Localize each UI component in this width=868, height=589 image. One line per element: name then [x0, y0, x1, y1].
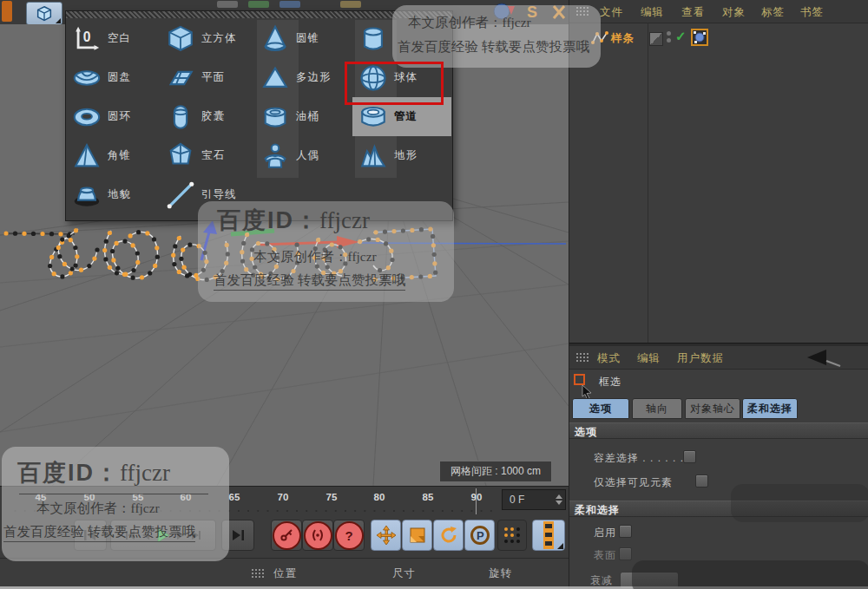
playhead[interactable]	[476, 488, 477, 514]
menu-item-landscape[interactable]: 地形	[352, 136, 451, 175]
menu-item-sphere[interactable]: 球体	[352, 58, 451, 97]
frame-value: 0 F	[510, 494, 524, 506]
menu-item-cone[interactable]: 圆锥	[254, 19, 352, 58]
frame-step-down[interactable]	[556, 501, 562, 505]
tick-label: 60	[181, 492, 192, 502]
am-menu-edit[interactable]: 编辑	[637, 351, 661, 366]
visibility-dots[interactable]	[667, 31, 671, 43]
primitive-cube-button[interactable]	[26, 2, 62, 25]
menu-item-figure[interactable]: 人偶	[254, 136, 352, 175]
figure-icon	[260, 141, 290, 171]
am-tabs: 选项 轴向 对象轴心 柔和选择	[569, 398, 868, 421]
tolerance-checkbox[interactable]	[683, 450, 696, 463]
om-menu-bookmarks[interactable]: 书签	[800, 5, 824, 20]
autokey-button[interactable]	[302, 520, 333, 551]
rectangle-select-icon	[574, 374, 585, 385]
disc-icon	[72, 63, 102, 93]
menu-item-null[interactable]: 0 空白	[66, 19, 160, 58]
grid-spacing-status: 网格间距 : 1000 cm	[439, 461, 552, 482]
tick-label: 55	[133, 492, 144, 502]
history-arrow-icon[interactable]	[800, 348, 842, 370]
tick-label: 75	[326, 492, 338, 502]
help-button[interactable]: ?	[333, 520, 365, 551]
menu-item-cylinder[interactable]	[352, 19, 451, 58]
tab-soft-selection[interactable]: 柔和选择	[742, 398, 798, 419]
goto-start-button[interactable]	[74, 520, 107, 551]
menu-item-disc[interactable]: 圆盘	[66, 58, 160, 97]
tube-icon	[358, 102, 388, 132]
capsule-icon	[166, 102, 195, 132]
menu-item-capsule[interactable]: 胶囊	[160, 97, 254, 136]
pen-tool-icon[interactable]	[2, 1, 12, 22]
menu-item-oiltank[interactable]: 油桶	[254, 97, 352, 136]
tool-name: 框选	[599, 375, 621, 389]
object-name[interactable]: 样条	[611, 31, 635, 46]
menu-item-tube[interactable]: 管道	[352, 97, 451, 136]
coordinate-system-button[interactable]: P	[464, 520, 495, 551]
toolbar-icon-partial[interactable]	[279, 1, 300, 8]
timeline-mode-button[interactable]	[532, 520, 565, 551]
tick-label: 45	[36, 492, 47, 502]
goto-end-button[interactable]	[221, 520, 254, 551]
toolbar-icon-partial[interactable]	[340, 1, 361, 8]
bottom-panel: 45 50 55 60 65 70 75 80 85 90 0 F	[0, 486, 569, 589]
scale-tool-button[interactable]	[402, 520, 432, 551]
menu-item-guide[interactable]: 引导线	[160, 175, 254, 214]
play-icon	[155, 527, 171, 543]
tab-axis[interactable]: 轴向	[632, 398, 682, 419]
record-key-button[interactable]	[271, 520, 302, 551]
tick-label: 65	[229, 492, 240, 502]
panel-handle-icon[interactable]	[575, 6, 589, 16]
enabled-check-icon[interactable]: ✓	[675, 29, 687, 44]
visible-only-checkbox[interactable]	[695, 474, 708, 488]
menu-item-gem[interactable]: 宝石	[160, 136, 254, 175]
menu-item-cube[interactable]: 立方体	[160, 19, 254, 58]
om-menu-view[interactable]: 查看	[681, 5, 705, 20]
om-menu-edit[interactable]: 编辑	[641, 5, 664, 20]
spline-object-icon	[591, 29, 608, 50]
attribute-manager: 模式 编辑 用户数据 框选 选项 轴向 对象轴心 柔和选择 选项 容差选择 . …	[569, 346, 868, 589]
menu-item-pyramid[interactable]: 角锥	[66, 136, 160, 175]
tick-label: 80	[374, 492, 385, 502]
sweep-s-icon[interactable]: S	[521, 1, 545, 23]
relief-icon	[72, 180, 102, 210]
rotate-tool-button[interactable]	[433, 520, 464, 551]
tab-object-axis[interactable]: 对象轴心	[685, 398, 740, 419]
toolbar-icon-partial[interactable]	[217, 1, 238, 8]
am-menu-userdata[interactable]: 用户数据	[677, 351, 724, 366]
menu-item-polygon[interactable]: 多边形	[254, 58, 352, 97]
om-menu-file[interactable]: 文件	[600, 5, 623, 20]
move-tool-button[interactable]	[371, 520, 401, 551]
current-frame-field[interactable]: 0 F	[502, 489, 566, 510]
torus-icon	[72, 102, 102, 132]
xref-icon[interactable]	[551, 1, 569, 23]
menu-drag-handle[interactable]	[66, 11, 452, 18]
enable-label: 启用	[594, 526, 616, 540]
menu-item-relief[interactable]: 地貌	[66, 175, 160, 214]
panel-handle-icon[interactable]	[575, 352, 589, 363]
keyframe-selection-button[interactable]	[497, 520, 527, 551]
next-key-icon	[190, 529, 202, 541]
plane-icon	[166, 63, 195, 93]
am-menu-mode[interactable]: 模式	[597, 351, 621, 366]
om-menu-tags[interactable]: 标签	[761, 5, 785, 20]
menu-item-torus[interactable]: 圆环	[66, 97, 160, 136]
menu-item-plane[interactable]: 平面	[160, 58, 254, 97]
tab-options[interactable]: 选项	[572, 398, 629, 419]
layer-swatch[interactable]	[649, 32, 663, 46]
enable-checkbox[interactable]	[619, 525, 632, 538]
playback-group[interactable]	[110, 520, 216, 551]
subdivision-sphere-icon[interactable]	[490, 1, 516, 23]
frame-step-up[interactable]	[556, 494, 562, 499]
om-menu-object[interactable]: 对象	[722, 5, 746, 20]
surface-checkbox[interactable]	[619, 547, 632, 560]
cylinder-icon	[358, 24, 388, 54]
surface-label: 表面	[594, 548, 616, 563]
point-selection-tag-icon[interactable]	[691, 29, 708, 46]
panel-handle-icon[interactable]	[251, 568, 265, 579]
section-soft-selection[interactable]: 柔和选择	[569, 501, 868, 517]
toolbar-icon-partial[interactable]	[248, 1, 269, 8]
object-row-spline[interactable]: 样条 ✓	[569, 28, 868, 49]
section-options[interactable]: 选项	[569, 422, 868, 439]
position-label: 位置	[273, 566, 297, 581]
